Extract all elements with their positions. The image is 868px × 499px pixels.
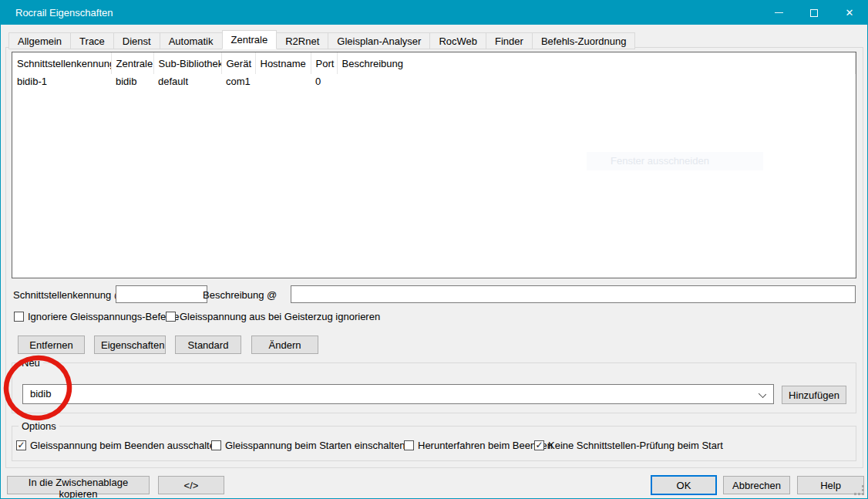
- cancel-button[interactable]: Abbrechen: [723, 476, 790, 494]
- combobox-value: bidib: [30, 388, 51, 400]
- description-label: Beschreibung @: [203, 289, 277, 301]
- rocrail-properties-dialog: Rocrail Eigenschaften ✕ Allgemein Trace …: [0, 0, 868, 499]
- tab-trace[interactable]: Trace: [70, 32, 114, 49]
- col-sub-bibliothek[interactable]: Sub-Bibliothek: [153, 52, 221, 74]
- minimize-icon: [775, 12, 783, 13]
- window-controls: ✕: [761, 1, 867, 25]
- copy-to-clipboard-button[interactable]: In die Zwischenablage kopieren: [7, 476, 150, 494]
- cell-hostname: [255, 74, 311, 90]
- tab-dienst[interactable]: Dienst: [113, 32, 160, 49]
- cell-beschreibung: [337, 74, 856, 90]
- checkbox-label: Gleisspannung beim Beenden ausschalten: [30, 440, 220, 451]
- new-group-legend: Neu: [19, 357, 43, 369]
- options-group-legend: Options: [19, 420, 59, 432]
- col-hostname[interactable]: Hostname: [255, 52, 311, 74]
- checkbox-box: [166, 312, 176, 322]
- standard-button[interactable]: Standard: [175, 335, 241, 354]
- checkbox-ignore-power-off-ghost-train[interactable]: Gleisspannung aus bei Geisterzug ignorie…: [166, 311, 380, 322]
- ok-button[interactable]: OK: [651, 475, 717, 495]
- checkbox-power-off-on-exit[interactable]: ✓ Gleisspannung beim Beenden ausschalten: [16, 440, 220, 451]
- checkbox-shutdown-on-exit[interactable]: Herunterfahren beim Beenden: [404, 440, 553, 451]
- resize-grip[interactable]: [855, 486, 864, 495]
- tab-automatik[interactable]: Automatik: [160, 32, 223, 49]
- table-row[interactable]: bidib-1 bidib default com1 0: [12, 74, 856, 90]
- tab-finder[interactable]: Finder: [486, 32, 533, 49]
- col-beschreibung[interactable]: Beschreibung: [337, 52, 856, 74]
- col-schnittstellenkennung[interactable]: Schnittstellenkennung: [12, 52, 111, 74]
- tab-gleisplan-analyser[interactable]: Gleisplan-Analyser: [328, 32, 430, 49]
- tab-allgemein[interactable]: Allgemein: [8, 32, 71, 49]
- tab-rocweb[interactable]: RocWeb: [429, 32, 486, 49]
- maximize-button[interactable]: [796, 1, 832, 25]
- interfaces-table: Schnittstellenkennung Zentrale Sub-Bibli…: [12, 52, 856, 90]
- close-button[interactable]: ✕: [832, 1, 867, 25]
- help-button[interactable]: Help: [797, 476, 864, 494]
- maximize-icon: [810, 9, 818, 17]
- cell-geraet: com1: [221, 74, 255, 90]
- cell-port: 0: [311, 74, 337, 90]
- col-geraet[interactable]: Gerät: [221, 52, 255, 74]
- tab-bar: Allgemein Trace Dienst Automatik Zentral…: [8, 30, 635, 49]
- cell-id: bidib-1: [12, 74, 111, 90]
- interface-id-input[interactable]: [116, 285, 207, 303]
- checkbox-label: Herunterfahren beim Beenden: [418, 440, 553, 451]
- properties-button[interactable]: Eigenschaften: [94, 335, 166, 354]
- add-button[interactable]: Hinzufügen: [782, 386, 846, 404]
- checkbox-no-interface-check-at-start[interactable]: ✓ Keine Schnittstellen-Prüfung beim Star…: [534, 440, 723, 451]
- interfaces-list[interactable]: Schnittstellenkennung Zentrale Sub-Bibli…: [12, 52, 856, 278]
- tab-zentrale[interactable]: Zentrale: [222, 30, 278, 49]
- remove-button[interactable]: Entfernen: [18, 335, 85, 354]
- checkbox-box: [211, 440, 221, 450]
- cell-sublib: default: [153, 74, 221, 90]
- window-title: Rocrail Eigenschaften: [1, 7, 113, 19]
- tab-befehls-zuordnung[interactable]: Befehls-Zuordnung: [532, 32, 636, 49]
- checkmark-icon: ✓: [535, 440, 543, 450]
- checkbox-box: [14, 312, 24, 322]
- checkmark-icon: ✓: [17, 440, 25, 450]
- checkbox-box: ✓: [16, 440, 26, 450]
- close-icon: ✕: [846, 8, 854, 18]
- checkbox-label: Ignoriere Gleisspannungs-Befehle: [28, 311, 180, 322]
- titlebar[interactable]: Rocrail Eigenschaften ✕: [1, 1, 867, 25]
- new-library-combobox[interactable]: bidib: [22, 384, 774, 404]
- chevron-down-icon[interactable]: [759, 390, 766, 398]
- checkbox-ignore-track-power-commands[interactable]: Ignoriere Gleisspannungs-Befehle: [14, 311, 180, 322]
- checkbox-box: [404, 440, 414, 450]
- checkbox-label: Gleisspannung beim Starten einschalten: [225, 440, 405, 451]
- checkbox-label: Keine Schnittstellen-Prüfung beim Start: [548, 440, 723, 451]
- modify-button[interactable]: Ändern: [251, 335, 318, 354]
- minimize-button[interactable]: [761, 1, 796, 25]
- col-port[interactable]: Port: [311, 52, 337, 74]
- checkbox-label: Gleisspannung aus bei Geisterzug ignorie…: [180, 311, 380, 322]
- description-input[interactable]: [291, 285, 856, 303]
- table-header-row: Schnittstellenkennung Zentrale Sub-Bibli…: [12, 52, 856, 74]
- checkbox-box: ✓: [534, 440, 544, 450]
- cell-zentrale: bidib: [111, 74, 153, 90]
- col-zentrale[interactable]: Zentrale: [111, 52, 153, 74]
- tab-r2rnet[interactable]: R2Rnet: [276, 32, 328, 49]
- checkbox-power-on-at-start[interactable]: Gleisspannung beim Starten einschalten: [211, 440, 405, 451]
- code-view-button[interactable]: </>: [158, 476, 224, 494]
- interface-id-label: Schnittstellenkennung @: [13, 289, 124, 301]
